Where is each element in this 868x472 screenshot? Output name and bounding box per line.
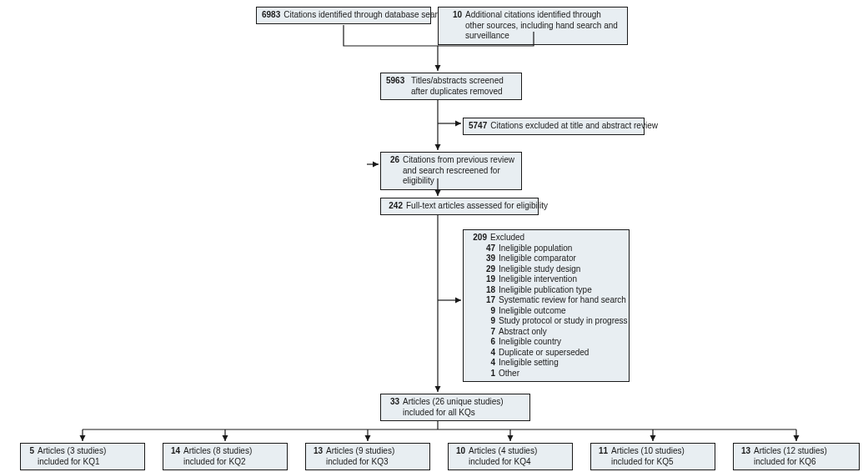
count: 19 <box>480 274 495 285</box>
count: 11 <box>596 446 608 457</box>
label: Ineligible publication type <box>499 285 592 294</box>
count: 5747 <box>469 121 487 132</box>
count: 7 <box>480 327 495 338</box>
count: 5 <box>26 446 34 457</box>
exclusion-reason: 47Ineligible population <box>480 244 624 254</box>
label: Ineligible country <box>499 337 561 346</box>
label: Systematic review for hand search <box>499 295 626 304</box>
exclusion-reason: 1Other <box>480 369 624 379</box>
node-kq6: 13Articles (12 studies) included for KQ6 <box>733 443 860 470</box>
count: 209 <box>469 233 487 244</box>
node-screened: 5963 Titles/abstracts screened after dup… <box>380 73 522 100</box>
exclusion-reason: 19Ineligible intervention <box>480 274 624 285</box>
label: Ineligible population <box>499 244 572 253</box>
exclusion-reason: 6Ineligible country <box>480 337 624 348</box>
count: 17 <box>480 295 495 306</box>
label: Articles (3 studies) included for KQ1 <box>38 446 139 467</box>
exclusion-reason: 18Ineligible publication type <box>480 285 624 296</box>
label: Titles/abstracts screened after duplicat… <box>411 76 516 97</box>
label: Articles (9 studies) included for KQ3 <box>326 446 424 467</box>
label: Additional citations identified through … <box>465 10 622 42</box>
label: Citations from previous review and searc… <box>403 155 516 187</box>
node-db-search: 6983Citations identified through databas… <box>256 7 431 24</box>
label: Study protocol or study in progress <box>499 316 628 325</box>
exclusion-reason: 4Duplicate or superseded <box>480 348 624 359</box>
exclusion-reason: 4Ineligible setting <box>480 358 624 369</box>
label: Citations excluded at title and abstract… <box>490 121 658 130</box>
label: Ineligible outcome <box>499 306 566 315</box>
exclusion-reason: 9Ineligible outcome <box>480 306 624 317</box>
count: 29 <box>480 264 495 275</box>
label: Ineligible setting <box>499 358 559 367</box>
count: 10 <box>444 10 462 21</box>
count: 33 <box>386 397 399 408</box>
label: Full-text articles assessed for eligibil… <box>406 201 548 210</box>
node-kq5: 11Articles (10 studies) included for KQ5 <box>590 443 715 470</box>
node-fulltext: 242Full-text articles assessed for eligi… <box>380 198 539 215</box>
count: 13 <box>311 446 323 457</box>
label: Citations identified through database se… <box>283 10 446 19</box>
node-excluded-fulltext: 209Excluded 47Ineligible population39Ine… <box>463 229 630 382</box>
exclusion-reason: 39Ineligible comparator <box>480 254 624 264</box>
label: Ineligible comparator <box>499 254 576 263</box>
label: Articles (10 studies) included for KQ5 <box>611 446 710 467</box>
label: Articles (26 unique studies) included fo… <box>403 397 524 418</box>
node-included: 33 Articles (26 unique studies) included… <box>380 394 530 421</box>
node-kq3: 13Articles (9 studies) included for KQ3 <box>305 443 430 470</box>
node-kq2: 14Articles (8 studies) included for KQ2 <box>163 443 288 470</box>
count: 39 <box>480 254 495 264</box>
count: 6 <box>480 337 495 348</box>
count: 10 <box>454 446 465 457</box>
node-excluded-title-abstract: 5747Citations excluded at title and abst… <box>463 118 645 135</box>
label: Excluded <box>490 233 524 242</box>
node-prev-review: 26 Citations from previous review and se… <box>380 152 522 190</box>
count: 242 <box>386 201 403 212</box>
label: Abstract only <box>499 327 547 336</box>
count: 1 <box>480 369 495 379</box>
count: 4 <box>480 358 495 369</box>
count: 13 <box>739 446 750 457</box>
count: 9 <box>480 306 495 317</box>
label: Ineligible study design <box>499 264 580 274</box>
count: 18 <box>480 285 495 296</box>
label: Articles (8 studies) included for KQ2 <box>183 446 282 467</box>
exclusion-reason: 29Ineligible study design <box>480 264 624 275</box>
exclusion-reason: 17Systematic review for hand search <box>480 295 624 306</box>
label: Articles (12 studies) included for KQ6 <box>754 446 854 467</box>
count: 5963 <box>386 76 404 87</box>
label: Ineligible intervention <box>499 274 577 284</box>
count: 6983 <box>262 10 280 21</box>
label: Duplicate or superseded <box>499 348 589 357</box>
node-other-sources: 10 Additional citations identified throu… <box>438 7 628 45</box>
count: 9 <box>480 316 495 327</box>
node-kq4: 10Articles (4 studies) included for KQ4 <box>448 443 573 470</box>
exclusion-reason: 9Study protocol or study in progress <box>480 316 624 327</box>
exclusion-reason: 7Abstract only <box>480 327 624 338</box>
count: 47 <box>480 244 495 254</box>
label: Other <box>499 369 519 378</box>
count: 26 <box>386 155 399 166</box>
label: Articles (4 studies) included for KQ4 <box>469 446 567 467</box>
count: 4 <box>480 348 495 359</box>
node-kq1: 5Articles (3 studies) included for KQ1 <box>20 443 145 470</box>
count: 14 <box>168 446 180 457</box>
